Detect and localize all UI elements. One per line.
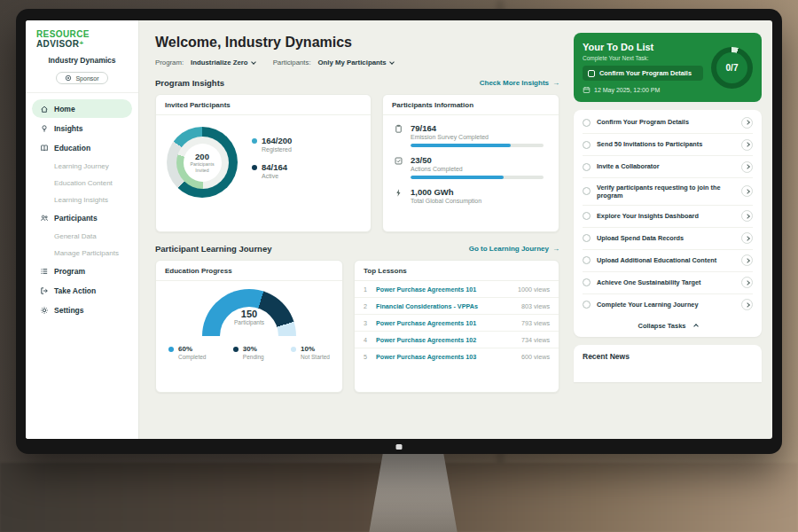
task-row[interactable]: Confirm Your Program Details (583, 112, 753, 134)
sidebar-item-label: Settings (54, 306, 84, 315)
task-chevron-button[interactable] (741, 299, 753, 310)
link-label: Go to Learning Journey (469, 245, 549, 253)
sidebar-item-general-data[interactable]: General Data (32, 228, 132, 244)
sidebar-item-learning-journey[interactable]: Learning Journey (32, 158, 132, 174)
check-square-icon (394, 156, 403, 166)
task-checkbox[interactable] (583, 187, 591, 195)
clipboard-icon (394, 124, 403, 134)
task-row[interactable]: Achieve One Sustainability Target (583, 272, 753, 294)
monitor-logo (396, 444, 403, 450)
task-chevron-button[interactable] (741, 117, 753, 129)
monitor-stand (369, 452, 458, 532)
task-chevron-button[interactable] (741, 139, 753, 151)
sidebar-item-learning-insights[interactable]: Learning Insights (32, 192, 132, 207)
lesson-link[interactable]: Power Purchase Agreements 103 (376, 353, 515, 361)
participants-filter-dropdown[interactable]: Only My Participants (318, 59, 394, 66)
sidebar-item-label: Home (54, 105, 75, 113)
sidebar-item-settings[interactable]: Settings (32, 301, 132, 319)
chevron-right-icon (745, 164, 750, 169)
sidebar-item-label: Education Content (54, 179, 113, 187)
sidebar-item-insights[interactable]: Insights (32, 119, 132, 137)
lesson-link[interactable]: Financial Considerations - VPPAs (376, 302, 515, 310)
task-checkbox[interactable] (583, 278, 591, 286)
sidebar-item-label: Program (54, 267, 85, 276)
task-row[interactable]: Complete Your Learning Journey (583, 294, 753, 316)
energy-bolt-icon (394, 188, 403, 198)
sidebar-item-participants[interactable]: Participants (32, 208, 132, 227)
lesson-views: 793 views (521, 319, 550, 327)
invited-donut-inner: 200 Participants Invited (176, 137, 229, 189)
org-name: Industry Dynamics (33, 56, 131, 65)
task-row[interactable]: Send 50 Invitations to Participants (583, 134, 753, 156)
stat-value: 23/50 (411, 155, 544, 165)
card-title: Participants Information (383, 95, 559, 115)
app-screen: RESOURCE ADVISOR+ Industry Dynamics Spon… (26, 20, 772, 439)
task-checkbox[interactable] (583, 163, 591, 171)
task-checkbox[interactable] (583, 301, 591, 309)
task-row[interactable]: Upload Spend Data Records (583, 228, 753, 250)
lesson-link[interactable]: Power Purchase Agreements 102 (376, 336, 515, 344)
todo-summary-card: Your To Do List Complete Your Next Task:… (574, 33, 762, 102)
section-title: Program Insights (155, 78, 224, 88)
card-title: Top Lessons (355, 261, 559, 281)
task-label: Verify participants requesting to join t… (597, 184, 735, 200)
lesson-row: 4 Power Purchase Agreements 102 734 view… (355, 332, 559, 348)
legend-dot (252, 138, 257, 144)
legend-label: Registered (262, 146, 292, 153)
org-block: Industry Dynamics Sponsor (26, 54, 138, 93)
card-title: Education Progress (156, 261, 342, 281)
todo-panel: Your To Do List Complete Your Next Task:… (572, 20, 772, 439)
collapse-tasks-button[interactable]: Collapse Tasks (583, 316, 753, 337)
sidebar-item-education[interactable]: Education (32, 138, 132, 157)
task-checkbox[interactable] (583, 256, 591, 264)
sidebar-item-take-action[interactable]: Take Action (32, 281, 132, 300)
task-chevron-button[interactable] (741, 185, 753, 197)
legend-label: Pending (243, 354, 264, 360)
task-checkbox[interactable] (583, 141, 591, 149)
chevron-down-icon (389, 59, 395, 65)
task-row[interactable]: Verify participants requesting to join t… (583, 178, 753, 206)
checkbox-icon[interactable] (588, 70, 595, 77)
chevron-right-icon (745, 214, 750, 219)
task-chevron-button[interactable] (741, 277, 753, 288)
check-more-insights-link[interactable]: Check More Insights → (480, 79, 559, 87)
education-progress-card: Education Progress 150 Participants 60% … (155, 260, 343, 393)
sidebar-item-program[interactable]: Program (32, 262, 132, 280)
filter-bar: Program: Industrialize Zero Participants… (155, 59, 559, 66)
learning-journey-cards: Education Progress 150 Participants 60% … (155, 260, 559, 393)
sidebar-item-label: Take Action (54, 286, 96, 295)
task-checkbox[interactable] (583, 119, 591, 127)
gauge-center-label: Participants (202, 319, 296, 325)
sidebar-item-label: Participants (54, 214, 98, 223)
task-row[interactable]: Explore Your Insights Dashboard (583, 206, 753, 228)
sidebar-item-home[interactable]: Home (32, 99, 132, 118)
recent-news-title: Recent News (583, 352, 630, 361)
task-chevron-button[interactable] (741, 210, 753, 222)
sidebar-item-manage-participants[interactable]: Manage Participants (32, 245, 132, 261)
sidebar-item-label: Insights (54, 124, 83, 133)
task-chevron-button[interactable] (741, 161, 753, 173)
go-to-learning-journey-link[interactable]: Go to Learning Journey → (469, 245, 559, 253)
sidebar-item-education-content[interactable]: Education Content (32, 175, 132, 191)
task-row[interactable]: Invite a Collaborator (583, 156, 753, 178)
chevron-right-icon (745, 142, 750, 147)
lesson-link[interactable]: Power Purchase Agreements 101 (376, 286, 512, 293)
task-checkbox[interactable] (583, 212, 591, 220)
task-chevron-button[interactable] (741, 232, 753, 244)
stat-value: 1,000 GWh (411, 187, 481, 197)
task-checkbox[interactable] (583, 234, 591, 242)
sponsor-badge: Sponsor (56, 72, 107, 84)
task-row[interactable]: Upload Additional Educational Content (583, 250, 753, 272)
program-filter-label: Program: (155, 59, 184, 66)
program-filter-dropdown[interactable]: Industrialize Zero (191, 59, 255, 66)
legend-value: 30% (243, 345, 257, 353)
progress-track (411, 176, 544, 179)
sponsor-badge-label: Sponsor (75, 75, 98, 82)
card-title: Invited Participants (156, 95, 371, 115)
arrow-right-icon: → (552, 245, 559, 253)
todo-next-task[interactable]: Confirm Your Program Details (583, 66, 703, 81)
task-label: Upload Spend Data Records (597, 234, 735, 242)
legend-item-pending: 30% Pending (233, 345, 264, 360)
lesson-link[interactable]: Power Purchase Agreements 101 (376, 319, 515, 327)
task-chevron-button[interactable] (741, 254, 753, 266)
